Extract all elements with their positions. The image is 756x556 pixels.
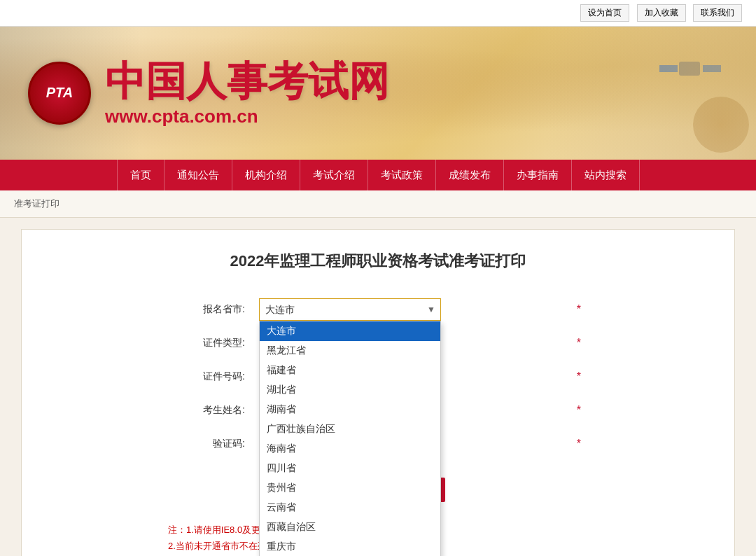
dropdown-item-hunan[interactable]: 湖南省 bbox=[260, 400, 440, 419]
dropdown-item-fujian[interactable]: 福建省 bbox=[260, 361, 440, 380]
main-content: 2022年监理工程师职业资格考试准考证打印 报名省市: 大连市黑龙江省福建省湖北… bbox=[21, 229, 735, 556]
captcha-required: * bbox=[573, 427, 588, 461]
dropdown-item-xizang[interactable]: 西藏自治区 bbox=[260, 517, 440, 537]
cert-no-label: 证件号码: bbox=[168, 360, 252, 394]
nav-results[interactable]: 成绩发布 bbox=[436, 160, 504, 190]
form-table: 报名省市: 大连市黑龙江省福建省湖北省湖南省广西壮族自治区海南省四川省贵州省云南… bbox=[168, 293, 588, 508]
province-select-wrapper: 大连市黑龙江省福建省湖北省湖南省广西壮族自治区海南省四川省贵州省云南省西藏自治区… bbox=[259, 298, 441, 321]
nav-exam-policy[interactable]: 考试政策 bbox=[368, 160, 436, 190]
page-title: 2022年监理工程师职业资格考试准考证打印 bbox=[50, 251, 706, 272]
province-row: 报名省市: 大连市黑龙江省福建省湖北省湖南省广西壮族自治区海南省四川省贵州省云南… bbox=[168, 293, 588, 326]
captcha-label: 验证码: bbox=[168, 427, 252, 461]
dropdown-item-chongqing[interactable]: 重庆市 bbox=[260, 537, 440, 556]
breadcrumb: 准考证打印 bbox=[0, 190, 756, 218]
dropdown-item-sichuan[interactable]: 四川省 bbox=[260, 459, 440, 478]
nav-notice[interactable]: 通知公告 bbox=[164, 160, 232, 190]
dropdown-item-guizhou[interactable]: 贵州省 bbox=[260, 478, 440, 498]
main-nav: 首页 通知公告 机构介绍 考试介绍 考试政策 成绩发布 办事指南 站内搜索 bbox=[0, 160, 756, 190]
dropdown-item-hainan[interactable]: 海南省 bbox=[260, 439, 440, 459]
contact-us-button[interactable]: 联系我们 bbox=[693, 4, 742, 22]
dropdown-item-yunnan[interactable]: 云南省 bbox=[260, 498, 440, 517]
nav-org[interactable]: 机构介绍 bbox=[232, 160, 300, 190]
dropdown-item-hubei[interactable]: 湖北省 bbox=[260, 380, 440, 400]
logo-circle: PTA bbox=[28, 62, 91, 125]
dropdown-item-heilongjiang[interactable]: 黑龙江省 bbox=[260, 341, 440, 361]
add-favorites-button[interactable]: 加入收藏 bbox=[637, 4, 686, 22]
site-title-area: 中国人事考试网 www.cpta.com.cn bbox=[105, 59, 389, 128]
header-right-deco bbox=[546, 27, 756, 160]
province-select[interactable]: 大连市黑龙江省福建省湖北省湖南省广西壮族自治区海南省四川省贵州省云南省西藏自治区… bbox=[259, 298, 441, 321]
set-homepage-button[interactable]: 设为首页 bbox=[580, 4, 629, 22]
site-url: www.cpta.com.cn bbox=[105, 106, 389, 127]
name-required: * bbox=[573, 394, 588, 427]
top-bar: 设为首页 加入收藏 联系我们 bbox=[0, 0, 756, 27]
logo-text: PTA bbox=[46, 85, 74, 101]
header-banner: PTA 中国人事考试网 www.cpta.com.cn bbox=[0, 27, 756, 160]
nav-search[interactable]: 站内搜索 bbox=[572, 160, 640, 190]
cert-type-label: 证件类型: bbox=[168, 326, 252, 360]
nav-exam-intro[interactable]: 考试介绍 bbox=[300, 160, 368, 190]
province-required: * bbox=[573, 293, 588, 326]
name-label: 考生姓名: bbox=[168, 394, 252, 427]
province-field: 大连市黑龙江省福建省湖北省湖南省广西壮族自治区海南省四川省贵州省云南省西藏自治区… bbox=[252, 293, 573, 326]
province-dropdown[interactable]: 大连市 黑龙江省 福建省 湖北省 湖南省 广西壮族自治区 海南省 四川省 贵州省… bbox=[259, 321, 441, 556]
province-label: 报名省市: bbox=[168, 293, 252, 326]
site-title-cn: 中国人事考试网 bbox=[105, 59, 389, 104]
cert-type-required: * bbox=[573, 326, 588, 360]
nav-guide[interactable]: 办事指南 bbox=[504, 160, 572, 190]
breadcrumb-text: 准考证打印 bbox=[14, 198, 59, 209]
dropdown-item-guangxi[interactable]: 广西壮族自治区 bbox=[260, 419, 440, 439]
dropdown-item-dalian[interactable]: 大连市 bbox=[260, 321, 440, 341]
nav-home[interactable]: 首页 bbox=[117, 160, 164, 190]
cert-no-required: * bbox=[573, 360, 588, 394]
logo-area: PTA 中国人事考试网 www.cpta.com.cn bbox=[28, 59, 389, 128]
